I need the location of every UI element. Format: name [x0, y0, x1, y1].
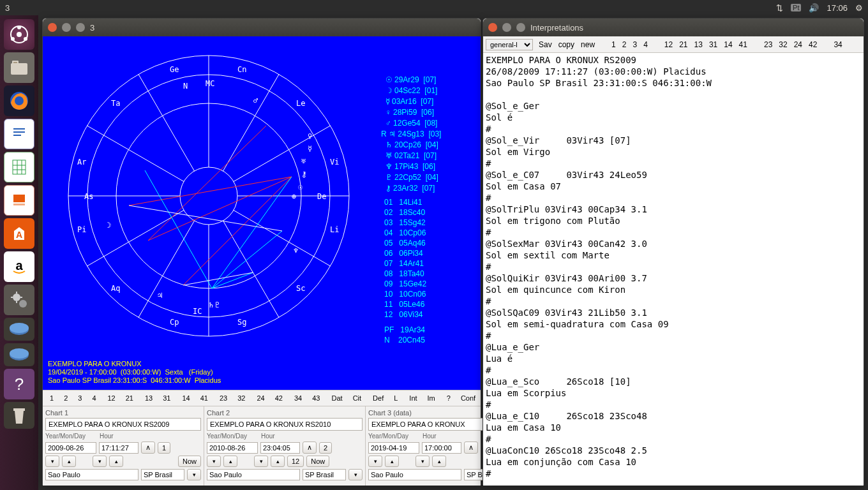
toolbar-btn-41[interactable]: 41 — [196, 392, 213, 405]
toolbar-btn-def[interactable]: Def — [368, 392, 388, 405]
launcher-amazon[interactable]: a — [4, 251, 34, 282]
chart2-now[interactable]: Now — [306, 456, 329, 467]
chart1-time-inc[interactable]: ▴ — [109, 456, 123, 467]
chart1-time-dec[interactable]: ▾ — [93, 456, 107, 467]
toolbar-btn-int[interactable]: Int — [405, 392, 421, 405]
interp-titlebar[interactable]: Interpretations — [483, 19, 864, 36]
toolbar-btn-4[interactable]: 4 — [87, 392, 100, 405]
launcher-firefox[interactable] — [4, 85, 34, 116]
interp-btn-32[interactable]: 32 — [775, 39, 790, 50]
toolbar-btn-31[interactable]: 31 — [158, 392, 175, 405]
chart2-time-inc[interactable]: ▴ — [271, 456, 285, 467]
clock[interactable]: 17:06 — [827, 3, 848, 13]
chart-titlebar[interactable]: 3 — [43, 19, 481, 36]
chart2-region[interactable] — [303, 469, 346, 480]
chart2-time[interactable] — [260, 442, 300, 454]
chart3-date-dec[interactable]: ▾ — [368, 456, 382, 467]
interp-text[interactable]: EXEMPLO PARA O KRONUX RS2009 26/08/2009 … — [483, 53, 864, 486]
chart2-name[interactable] — [207, 418, 363, 431]
chart1-date-inc[interactable]: ▴ — [62, 456, 76, 467]
gear-icon[interactable]: ⚙ — [855, 3, 863, 13]
chart1-now[interactable]: Now — [178, 456, 201, 467]
toolbar-btn-21[interactable]: 21 — [121, 392, 138, 405]
chart1-name[interactable] — [45, 418, 201, 431]
interp-btn-21[interactable]: 21 — [676, 39, 691, 50]
toolbar-btn-34[interactable]: 34 — [290, 392, 306, 405]
chart3-date[interactable] — [368, 442, 419, 454]
toolbar-btn-24[interactable]: 24 — [253, 392, 269, 405]
chart1-loc-dd[interactable]: ▾ — [187, 469, 201, 480]
interp-btn-41[interactable]: 41 — [736, 39, 751, 50]
launcher-help[interactable]: ? — [4, 369, 34, 399]
launcher-disk2[interactable] — [4, 343, 34, 366]
chart3-time-inc[interactable]: ▴ — [432, 456, 446, 467]
interp-select[interactable]: general-l — [486, 39, 533, 50]
launcher-calc[interactable] — [4, 152, 34, 182]
launcher-impress[interactable] — [4, 185, 34, 216]
interp-btn-12[interactable]: 12 — [661, 39, 676, 50]
chart2-time-dec[interactable]: ▾ — [254, 456, 268, 467]
minimize-icon[interactable] — [62, 23, 71, 32]
chart3-time-dec[interactable]: ▾ — [415, 456, 430, 467]
chart3-city[interactable] — [368, 469, 461, 480]
toolbar-btn-42[interactable]: 42 — [271, 392, 287, 405]
toolbar-btn-l[interactable]: L — [389, 392, 402, 405]
toolbar-btn-32[interactable]: 32 — [233, 392, 250, 405]
toolbar-btn-cit[interactable]: Cit — [348, 392, 366, 405]
chart1-date-dec[interactable]: ▾ — [45, 456, 59, 467]
toolbar-btn-12[interactable]: 12 — [103, 392, 120, 405]
chart1-time[interactable] — [99, 442, 138, 454]
maximize-icon[interactable] — [516, 23, 525, 32]
toolbar-btn-conf[interactable]: Conf — [456, 392, 480, 405]
chart2-12[interactable]: 12 — [287, 456, 304, 467]
chart1-num[interactable]: 1 — [158, 442, 170, 454]
chart3-up[interactable]: ∧ — [464, 442, 478, 454]
interp-btn-4[interactable]: 4 — [640, 39, 651, 50]
maximize-icon[interactable] — [76, 23, 85, 32]
toolbar-btn-14[interactable]: 14 — [178, 392, 195, 405]
chart2-loc-dd[interactable]: ▾ — [348, 469, 363, 480]
interp-btn-42[interactable]: 42 — [805, 39, 820, 50]
toolbar-btn-im[interactable]: Im — [423, 392, 440, 405]
close-icon[interactable] — [48, 23, 57, 32]
launcher-writer[interactable] — [4, 119, 34, 149]
chart2-num[interactable]: 2 — [319, 442, 332, 454]
interp-btn-1[interactable]: 1 — [608, 39, 619, 50]
toolbar-btn-3[interactable]: 3 — [73, 392, 86, 405]
interp-btn-34[interactable]: 34 — [830, 39, 845, 50]
chart1-date[interactable] — [45, 442, 96, 454]
interp-btn-24[interactable]: 24 — [791, 39, 805, 50]
sound-icon[interactable]: 🔊 — [809, 3, 819, 13]
toolbar-btn-1[interactable]: 1 — [45, 392, 58, 405]
chart2-up[interactable]: ∧ — [303, 442, 317, 454]
chart3-date-inc[interactable]: ▴ — [385, 456, 399, 467]
chart2-date[interactable] — [207, 442, 258, 454]
toolbar-btn-13[interactable]: 13 — [140, 392, 157, 405]
interp-btn-31[interactable]: 31 — [706, 39, 721, 50]
interp-action-sav[interactable]: Sav — [535, 39, 555, 50]
toolbar-btn-2[interactable]: 2 — [59, 392, 72, 405]
launcher-trash[interactable] — [4, 402, 34, 429]
chart3-time[interactable] — [422, 442, 461, 454]
toolbar-btn-23[interactable]: 23 — [215, 392, 232, 405]
launcher-settings[interactable] — [4, 285, 34, 315]
toolbar-btn-dat[interactable]: Dat — [327, 392, 347, 405]
minimize-icon[interactable] — [502, 23, 511, 32]
interp-btn-3[interactable]: 3 — [629, 39, 640, 50]
interp-btn-14[interactable]: 14 — [721, 39, 735, 50]
chart1-region[interactable] — [141, 469, 184, 480]
interp-btn-23[interactable]: 23 — [761, 39, 775, 50]
toolbar-btn-43[interactable]: 43 — [308, 392, 324, 405]
interp-action-new[interactable]: new — [578, 39, 598, 50]
chart1-city[interactable] — [45, 469, 138, 480]
chart1-up[interactable]: ∧ — [141, 442, 155, 454]
launcher-software[interactable]: A — [4, 218, 34, 249]
chart2-date-inc[interactable]: ▴ — [223, 456, 237, 467]
launcher-dash[interactable] — [4, 19, 34, 50]
interp-action-copy[interactable]: copy — [555, 39, 578, 50]
chart2-city[interactable] — [207, 469, 300, 480]
close-icon[interactable] — [488, 23, 497, 32]
toolbar-btn-?[interactable]: ? — [442, 392, 455, 405]
network-icon[interactable]: ⇅ — [776, 3, 783, 13]
interp-btn-2[interactable]: 2 — [619, 39, 630, 50]
